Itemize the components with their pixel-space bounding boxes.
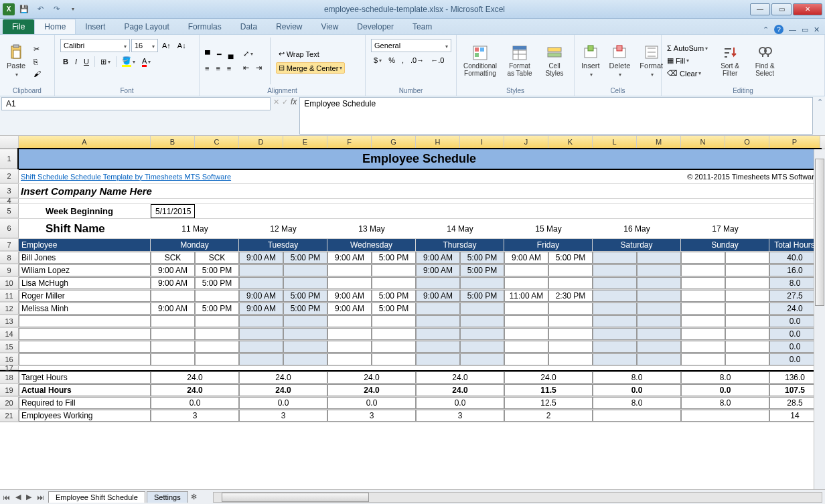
cell[interactable] [416,277,460,289]
sort-filter-button[interactable]: Sort & Filter [715,44,745,78]
close-button[interactable]: ✕ [793,3,822,15]
sheet-tab-active[interactable]: Employee Shift Schedule [48,491,145,503]
window-close-icon[interactable]: ✕ [814,25,820,34]
summary-label[interactable]: Actual Hours [19,384,151,396]
cell[interactable]: 5:00 PM [372,252,416,264]
cell-styles-button[interactable]: Cell Styles [538,44,571,78]
employee-name-cell[interactable] [19,341,151,353]
cell[interactable] [372,264,416,276]
decrease-font-button[interactable]: A↓ [175,40,189,51]
header-day[interactable]: Friday [504,239,593,251]
header-day[interactable]: Wednesday [327,239,416,251]
cell[interactable]: 3 [239,410,327,422]
cell[interactable]: 5:00 PM [460,264,504,276]
cell[interactable] [19,366,820,370]
cell[interactable] [548,303,593,315]
summary-total[interactable]: 28.5 [769,397,820,409]
wrap-text-button[interactable]: ↩ Wrap Text [276,48,346,60]
cell[interactable] [593,303,637,315]
cell[interactable] [460,328,504,340]
tab-view[interactable]: View [312,19,348,34]
column-header[interactable]: N [681,136,725,149]
cell[interactable]: 0.0 [593,384,681,396]
row-header[interactable]: 19 [0,384,19,396]
total-hours-cell[interactable]: 0.0 [769,353,820,365]
cell[interactable] [239,328,283,340]
column-header[interactable]: K [548,136,593,149]
cell[interactable] [681,303,725,315]
date-header[interactable]: 16 May [593,219,681,238]
cell[interactable]: 9:00 AM [504,252,548,264]
header-total[interactable]: Total Hours [769,239,820,251]
cell[interactable]: 5:00 PM [460,290,504,302]
cell[interactable]: 9:00 AM [327,303,372,315]
minimize-button[interactable]: — [750,3,770,15]
date-header[interactable]: 17 May [681,219,769,238]
cell[interactable]: 9:00 AM [416,252,460,264]
cell[interactable]: 5:00 PM [460,252,504,264]
cell[interactable]: 9:00 AM [416,264,460,276]
cell[interactable] [681,328,725,340]
fx-button[interactable]: fx [291,97,297,106]
row-header[interactable]: 1 [0,149,19,169]
cell[interactable] [593,328,637,340]
row-header[interactable]: 20 [0,397,19,409]
cell[interactable] [681,353,725,365]
column-header[interactable]: I [460,136,504,149]
cell[interactable]: 5:00 PM [195,303,239,315]
align-middle-button[interactable]: ━ [214,49,224,60]
next-sheet-button[interactable]: ▶ [23,493,34,501]
new-sheet-button[interactable]: ✻ [188,493,200,501]
cell[interactable] [239,264,283,276]
cell[interactable] [593,252,637,264]
cell[interactable] [681,315,725,327]
row-header[interactable]: 10 [0,277,19,289]
cell[interactable] [504,315,548,327]
cell[interactable] [151,328,195,340]
bold-button[interactable]: B [60,56,71,67]
employee-name-cell[interactable]: Lisa McHugh [19,277,151,289]
cell[interactable] [283,264,327,276]
row-header[interactable]: 18 [0,371,19,384]
select-all-corner[interactable] [0,136,19,149]
maximize-button[interactable]: ▭ [771,3,792,15]
tab-developer[interactable]: Developer [348,19,403,34]
cell[interactable] [283,277,327,289]
cell[interactable] [460,353,504,365]
sheet-tab-settings[interactable]: Settings [147,491,188,503]
cell[interactable]: 5:00 PM [283,252,327,264]
column-header[interactable]: L [593,136,637,149]
cell[interactable]: 0.0 [681,384,769,396]
increase-font-button[interactable]: A↑ [159,40,173,51]
cell[interactable]: 9:00 AM [416,290,460,302]
column-header[interactable]: H [416,136,460,149]
cell[interactable] [195,328,239,340]
cell[interactable]: 3 [416,410,504,422]
cell[interactable] [239,353,283,365]
tab-formulas[interactable]: Formulas [179,19,231,34]
qat-undo-icon[interactable]: ↶ [33,3,47,16]
cell[interactable]: 9:00 AM [239,290,283,302]
column-header[interactable]: P [769,136,820,149]
row-header[interactable]: 2 [0,169,19,183]
column-header[interactable]: F [327,136,372,149]
cell[interactable]: SCK [151,252,195,264]
cell[interactable]: 3 [327,410,416,422]
cell[interactable] [372,353,416,365]
row-header[interactable]: 14 [0,328,19,340]
cell[interactable]: 11:00 AM [504,290,548,302]
cell[interactable] [372,315,416,327]
cell[interactable]: 11.5 [504,384,593,396]
window-restore-icon[interactable]: ▭ [802,25,808,34]
total-hours-cell[interactable]: 27.5 [769,290,820,302]
cell[interactable] [725,277,769,289]
tab-data[interactable]: Data [231,19,267,34]
cell[interactable] [283,341,327,353]
cell[interactable] [504,353,548,365]
cell[interactable] [725,290,769,302]
cell[interactable] [637,277,681,289]
cell[interactable]: 9:00 AM [151,277,195,289]
cell[interactable]: 3 [151,410,239,422]
cell[interactable]: 0.0 [327,397,416,409]
cell[interactable]: 24.0 [504,371,593,384]
